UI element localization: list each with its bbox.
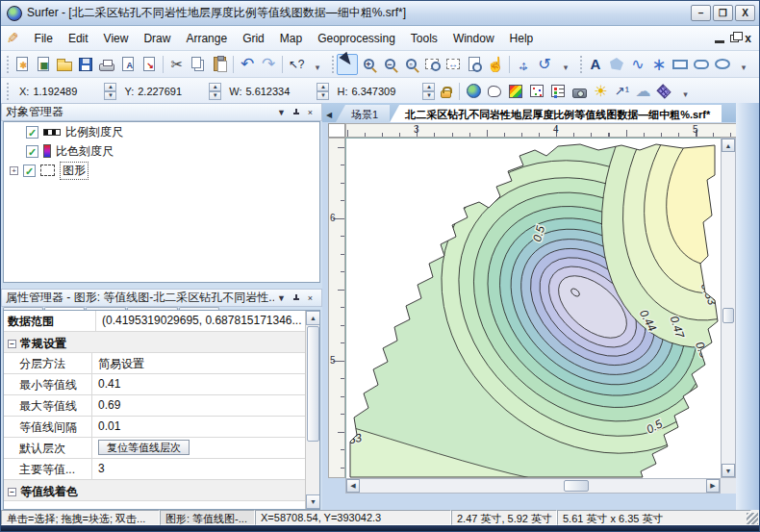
open-button[interactable] [54, 54, 75, 75]
tree-item-label[interactable]: 比色刻度尺 [56, 143, 114, 160]
view-overflow-button[interactable]: ▾ [555, 54, 576, 75]
export-button[interactable]: ↘ [139, 54, 160, 75]
contour-map-button[interactable] [505, 81, 526, 102]
vertical-scroll-thumb[interactable] [722, 308, 734, 323]
new-map-button[interactable] [463, 81, 484, 102]
pan-button[interactable]: ☝ [485, 54, 506, 75]
panel-close-icon[interactable]: × [303, 291, 317, 305]
map-overflow-button[interactable]: ▾ [674, 81, 696, 102]
field-value[interactable]: 5.612334 [245, 86, 315, 97]
toolbar-grip[interactable] [330, 56, 335, 73]
tree-item-scale-bar[interactable]: ✓比例刻度尺 [4, 122, 319, 141]
contour-map[interactable]: 0.50.440.470.50.530.560.553 [346, 139, 721, 478]
tree-item-color-scale[interactable]: ✓比色刻度尺 [4, 141, 319, 161]
save-button[interactable] [75, 54, 96, 75]
property-value[interactable]: 复位等值线层次 [92, 438, 319, 458]
menu-geoprocessing[interactable]: Geoprocessing [310, 28, 403, 49]
panel-close-icon[interactable]: × [303, 106, 317, 119]
base-map-button[interactable] [484, 81, 505, 102]
field-value[interactable]: 6.347309 [351, 86, 420, 97]
scroll-thumb[interactable] [307, 326, 319, 442]
spinner[interactable]: ▲▼ [104, 83, 116, 100]
visibility-checkbox[interactable]: ✓ [26, 145, 38, 158]
classed-post-map-button[interactable] [547, 81, 569, 102]
zoom-out-button[interactable]: − [379, 54, 400, 75]
grid-scrollbar[interactable]: ▲▼ [305, 311, 319, 509]
spinner[interactable]: ▲▼ [422, 83, 435, 100]
toolbar-grip[interactable] [5, 83, 10, 100]
collapse-icon[interactable]: − [8, 488, 16, 496]
toolbar-grip[interactable] [5, 56, 10, 73]
polyline-tool-button[interactable]: ∿ [627, 54, 648, 75]
property-value[interactable]: 0.01 [92, 417, 319, 437]
mdi-close-icon[interactable]: x [745, 32, 751, 45]
menu-draw[interactable]: Draw [136, 28, 178, 49]
rectangle-tool-button[interactable] [670, 54, 691, 75]
whats-this-button[interactable]: ↖? [286, 54, 307, 75]
vector-map-button[interactable]: ↗¹ [611, 81, 632, 102]
surface-3d-map-button[interactable] [653, 81, 674, 102]
property-value[interactable]: 3 [92, 459, 319, 479]
plot-canvas[interactable]: 0.50.440.470.50.530.560.553 [345, 138, 721, 478]
visibility-checkbox[interactable]: ✓ [26, 126, 38, 139]
redo-button[interactable]: ↷ [258, 54, 279, 75]
menu-view[interactable]: View [96, 28, 137, 49]
zoom-rectangle-button[interactable] [421, 54, 443, 75]
rotate-button[interactable]: ↺ [534, 54, 555, 75]
tree-item-map-frame[interactable]: +✓图形 [4, 161, 319, 180]
post-map-button[interactable] [526, 81, 547, 102]
ellipse-tool-button[interactable] [712, 54, 733, 75]
scroll-down-icon[interactable]: ▼ [306, 494, 320, 509]
spinner[interactable]: ▲▼ [317, 83, 329, 100]
expand-icon[interactable]: + [10, 166, 18, 175]
maximize-button[interactable]: ❒ [713, 5, 733, 21]
select-button[interactable] [337, 54, 358, 75]
paste-button[interactable] [209, 54, 230, 75]
pin-icon[interactable] [289, 291, 303, 305]
mdi-minimize-icon[interactable] [715, 40, 724, 43]
collapse-icon[interactable]: − [8, 340, 16, 348]
text-tool-button[interactable]: A [585, 54, 606, 75]
property-value[interactable]: 0.69 [92, 395, 319, 416]
polygon-tool-button[interactable] [606, 54, 627, 75]
toolbar-grip[interactable] [578, 56, 583, 73]
horizontal-scrollbar[interactable]: ◀ ▶ [345, 478, 721, 494]
zoom-selected-button[interactable]: ▫ [400, 54, 421, 75]
menu-map[interactable]: Map [272, 28, 310, 49]
pin-icon[interactable] [289, 106, 303, 119]
field-value[interactable]: 2.227691 [138, 86, 207, 97]
minimize-button[interactable]: – [691, 5, 711, 21]
zoom-in-button[interactable]: + [358, 54, 379, 75]
zoom-page-button[interactable] [464, 54, 485, 75]
new-worksheet-button[interactable]: ▦ [33, 54, 54, 75]
zoom-fit-button[interactable]: ↔ [443, 54, 464, 75]
menu-grid[interactable]: Grid [235, 28, 272, 49]
shaded-relief-map-button[interactable]: ☀ [590, 81, 611, 102]
undo-button[interactable]: ↶ [237, 54, 258, 75]
tree-item-label[interactable]: 比例刻度尺 [65, 124, 123, 140]
menu-arrange[interactable]: Arrange [178, 28, 235, 49]
tab-scroll-left-icon[interactable]: ◀ [322, 107, 336, 122]
draw-overflow-button[interactable]: ▾ [733, 54, 754, 75]
new-plot-button[interactable]: ✱ [12, 54, 33, 75]
mdi-restore-icon[interactable] [730, 35, 739, 42]
property-value[interactable]: 0.41 [92, 374, 319, 394]
menu-window[interactable]: Window [445, 28, 502, 49]
symbol-tool-button[interactable]: ∗ [648, 54, 670, 75]
scroll-up-icon[interactable]: ▲ [722, 139, 735, 152]
image-map-button[interactable] [569, 81, 590, 102]
scroll-down-icon[interactable]: ▼ [722, 464, 735, 477]
scroll-right-icon[interactable]: ▶ [706, 479, 720, 493]
rounded-rectangle-tool-button[interactable] [691, 54, 712, 75]
horizontal-scroll-thumb[interactable] [564, 480, 589, 492]
scroll-left-icon[interactable]: ◀ [346, 479, 360, 493]
panel-menu-icon[interactable]: ▼ [274, 106, 289, 119]
cut-button[interactable]: ✂ [166, 54, 188, 75]
watershed-map-button[interactable]: ☁ [632, 81, 653, 102]
copy-button[interactable] [188, 54, 209, 75]
scroll-up-icon[interactable]: ▲ [306, 311, 320, 325]
document-tab[interactable]: 场景1 [336, 105, 390, 122]
close-button[interactable]: X [735, 5, 755, 21]
page-setup-button[interactable]: A [117, 54, 139, 75]
reset-levels-button[interactable]: 复位等值线层次 [98, 440, 190, 455]
